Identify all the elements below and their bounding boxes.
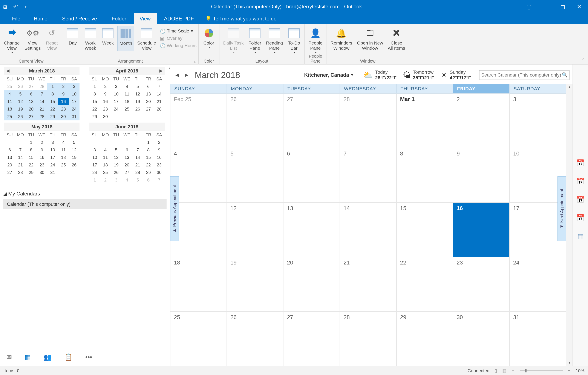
mini-day-cell[interactable]: 3	[69, 83, 80, 90]
day-cell[interactable]: 15	[397, 203, 453, 257]
mini-day-cell[interactable]: 18	[58, 154, 69, 161]
mini-day-cell[interactable]: 11	[58, 146, 69, 154]
mini-day-cell[interactable]: 12	[132, 90, 143, 98]
mini-day-cell[interactable]: 21	[15, 161, 26, 169]
mini-day-cell[interactable]: 31	[69, 113, 80, 120]
mini-day-cell[interactable]: 24	[111, 105, 122, 113]
app-icon[interactable]: ⧉	[3, 3, 7, 10]
collapse-ribbon-icon[interactable]: ⌃	[581, 57, 585, 63]
mini-day-cell[interactable]	[111, 139, 122, 146]
day-cell[interactable]: 8	[397, 148, 453, 202]
mini-day-cell[interactable]: 26	[132, 105, 143, 113]
week-button[interactable]: Week	[100, 26, 116, 51]
mini-day-cell[interactable]: 21	[132, 161, 143, 169]
mini-day-cell[interactable]: 1	[143, 139, 154, 146]
mini-day-cell[interactable]: 5	[15, 90, 26, 98]
mini-day-cell[interactable]: 6	[143, 176, 154, 184]
mini-day-cell[interactable]: 24	[47, 161, 58, 169]
mini-day-cell[interactable]: 4	[100, 146, 111, 154]
mini-day-cell[interactable]: 11	[122, 90, 132, 98]
peek-calendar-people-icon[interactable]: 📅	[576, 159, 584, 167]
mini-day-cell[interactable]: 4	[122, 83, 132, 90]
prev-month-icon[interactable]: ◀	[6, 68, 10, 73]
mini-day-cell[interactable]	[89, 139, 100, 146]
mini-day-cell[interactable]: 15	[89, 98, 100, 105]
mini-day-cell[interactable]: 23	[58, 105, 69, 113]
next-month-icon[interactable]: ▶	[159, 68, 162, 73]
next-month-button[interactable]: ▶	[183, 72, 189, 78]
mini-day-cell[interactable]: 10	[111, 90, 122, 98]
reminders-window-button[interactable]: 🔔Reminders Window	[329, 26, 354, 51]
mini-day-cell[interactable]: 14	[15, 154, 26, 161]
mini-day-cell[interactable]: 7	[154, 176, 165, 184]
scroll-up-icon[interactable]: ▲	[568, 85, 571, 89]
tab-folder[interactable]: Folder	[104, 13, 134, 24]
tell-me-search[interactable]: 💡 Tell me what you want to do	[205, 16, 277, 22]
day-cell[interactable]: 27	[283, 311, 340, 366]
day-cell[interactable]: 22	[397, 257, 453, 311]
mini-day-cell[interactable]: 18	[4, 105, 15, 113]
mini-day-cell[interactable]: 4	[122, 176, 132, 184]
close-all-items-button[interactable]: 🗙Close All Items	[386, 26, 407, 51]
mini-day-cell[interactable]: 21	[154, 98, 165, 105]
search-calendar-input[interactable]: 🔍	[479, 70, 569, 80]
mini-day-cell[interactable]: 25	[4, 113, 15, 120]
scroll-down-icon[interactable]: ▼	[568, 361, 571, 365]
weather-item[interactable]: ⛅Today28°F/22°F	[363, 69, 397, 81]
mini-day-cell[interactable]: 14	[37, 98, 47, 105]
color-button[interactable]: Color ▾	[201, 26, 217, 49]
mini-day-cell[interactable]: 29	[47, 113, 58, 120]
mini-day-cell[interactable]: 26	[15, 83, 26, 90]
mini-day-cell[interactable]: 5	[111, 146, 122, 154]
peek-calendar-back-icon[interactable]: 📅	[576, 177, 584, 185]
scrollbar[interactable]: ▲▼	[566, 84, 573, 366]
mini-day-cell[interactable]: 28	[37, 83, 47, 90]
mini-day-cell[interactable]: 24	[89, 169, 100, 176]
mini-day-cell[interactable]: 7	[37, 90, 47, 98]
mini-day-cell[interactable]: 28	[154, 105, 165, 113]
mini-day-cell[interactable]: 9	[154, 146, 165, 154]
day-cell[interactable]: 29	[397, 311, 453, 366]
mini-day-cell[interactable]: 27	[4, 169, 15, 176]
mini-day-cell[interactable]	[15, 139, 26, 146]
peek-calendar-forward-icon[interactable]: 📅	[576, 196, 584, 203]
mini-day-cell[interactable]: 9	[100, 90, 111, 98]
day-cell[interactable]: 24	[510, 257, 566, 311]
ribbon-display-icon[interactable]: ▢	[526, 3, 532, 10]
zoom-out-icon[interactable]: −	[512, 368, 514, 373]
day-cell[interactable]: 16	[453, 203, 510, 257]
mini-day-cell[interactable]: 15	[47, 98, 58, 105]
mini-day-cell[interactable]: 3	[89, 146, 100, 154]
day-cell[interactable]: Feb 25	[170, 94, 227, 148]
mini-day-cell[interactable]: 7	[15, 146, 26, 154]
mini-day-cell[interactable]: 11	[4, 98, 15, 105]
mini-day-cell[interactable]: 10	[47, 146, 58, 154]
mini-day-cell[interactable]: 2	[58, 83, 69, 90]
change-view-button[interactable]: Change View▾	[2, 26, 21, 55]
mini-day-cell[interactable]: 13	[26, 98, 37, 105]
mini-day-cell[interactable]: 22	[143, 161, 154, 169]
people-pane-button[interactable]: 👤People Pane▾	[307, 26, 324, 55]
undo-icon[interactable]: ↶	[13, 3, 18, 10]
maximize-icon[interactable]: ◻	[560, 3, 565, 10]
mini-day-cell[interactable]: 22	[89, 105, 100, 113]
mini-day-cell[interactable]: 30	[100, 113, 111, 120]
mini-day-cell[interactable]: 1	[89, 176, 100, 184]
mini-day-cell[interactable]: 14	[132, 154, 143, 161]
mini-day-cell[interactable]: 1	[89, 83, 100, 90]
mini-day-cell[interactable]: 4	[4, 90, 15, 98]
day-cell[interactable]: 19	[227, 257, 283, 311]
day-cell[interactable]: 9	[453, 148, 510, 202]
mini-day-cell[interactable]: 27	[26, 83, 37, 90]
tasks-icon[interactable]: 📋	[64, 353, 73, 361]
day-cell[interactable]: 31	[510, 311, 566, 366]
mini-day-cell[interactable]: 29	[26, 169, 37, 176]
mini-day-cell[interactable]: 3	[111, 176, 122, 184]
weather-location[interactable]: Kitchener, Canada▼	[304, 72, 354, 78]
mini-day-cell[interactable]: 8	[26, 146, 37, 154]
folder-pane-button[interactable]: Folder Pane▾	[247, 26, 263, 55]
mini-day-cell[interactable]: 24	[69, 105, 80, 113]
mini-day-cell[interactable]: 16	[154, 154, 165, 161]
mini-day-cell[interactable]: 23	[100, 105, 111, 113]
mini-day-cell[interactable]: 25	[4, 83, 15, 90]
